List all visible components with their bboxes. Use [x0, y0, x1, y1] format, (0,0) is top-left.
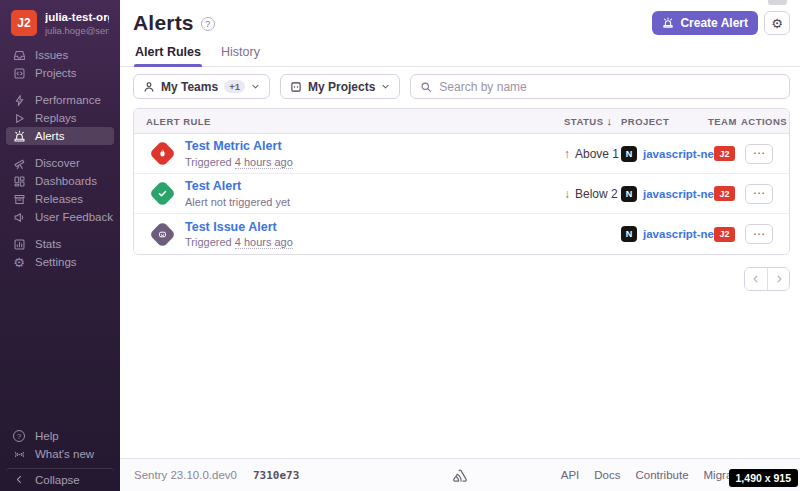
sidebar-item-label: Stats — [35, 238, 61, 250]
arrow-up-icon: ↑ — [564, 147, 570, 161]
sidebar-item-help[interactable]: ? Help — [6, 427, 114, 445]
row-actions-button[interactable]: … — [745, 184, 773, 204]
window-edge-artifact — [768, 0, 787, 5]
user-icon — [143, 81, 155, 93]
discover-icon — [12, 157, 26, 170]
sidebar-item-projects[interactable]: Projects — [6, 64, 114, 82]
team-badge: J2 — [714, 227, 735, 242]
column-header-project: PROJECT — [621, 116, 708, 127]
column-header-status[interactable]: STATUS ↓ — [564, 115, 621, 127]
sidebar-item-performance[interactable]: Performance — [6, 91, 114, 109]
org-switcher[interactable]: J2 julia-test-org-2 … julia.hoge@sentry.… — [0, 0, 120, 42]
metric-alert-icon — [149, 141, 175, 167]
sidebar-item-alerts[interactable]: Alerts — [6, 127, 114, 145]
alert-rule-link[interactable]: Test Issue Alert — [185, 220, 293, 236]
pagination — [133, 267, 790, 291]
sidebar-item-dashboards[interactable]: Dashboards — [6, 172, 114, 190]
sidebar-collapse-button[interactable]: Collapse — [6, 468, 114, 486]
sentry-logo-icon — [452, 467, 469, 484]
sidebar-item-discover[interactable]: Discover — [6, 154, 114, 172]
sidebar-item-label: User Feedback — [35, 211, 113, 223]
my-projects-filter-button[interactable]: My Projects — [280, 74, 400, 99]
releases-icon — [12, 193, 26, 206]
projects-icon — [12, 67, 26, 80]
table-row: Test Metric Alert Triggered 4 hours ago … — [134, 134, 789, 174]
sidebar-item-label: Help — [35, 430, 59, 442]
window-size-indicator: 1,490 x 915 — [729, 469, 798, 487]
org-name: julia-test-org-2 … — [45, 11, 109, 23]
tab-alert-rules[interactable]: Alert Rules — [134, 42, 202, 66]
alert-rules-table: ALERT RULE STATUS ↓ PROJECT TEAM ACTIONS — [133, 108, 790, 255]
sidebar-item-stats[interactable]: Stats — [6, 235, 114, 253]
sidebar-item-replays[interactable]: Replays — [6, 109, 114, 127]
sidebar-item-settings[interactable]: ⚙ Settings — [6, 253, 114, 271]
status-cell: ↑ Above 1 — [564, 147, 621, 161]
pagination-prev-button[interactable] — [745, 268, 767, 290]
footer-link-docs[interactable]: Docs — [594, 469, 620, 481]
resolved-alert-icon — [149, 181, 175, 207]
sidebar-item-user-feedback[interactable]: User Feedback — [6, 208, 114, 226]
pagination-next-button[interactable] — [767, 268, 789, 290]
sidebar-bottom: ? Help What's new Collapse — [6, 427, 114, 486]
alert-rule-subtext: Alert not triggered yet — [185, 196, 290, 208]
nextjs-logo-icon: N — [621, 146, 637, 162]
replays-icon — [12, 112, 26, 125]
org-email: julia.hoge@sentry.io — [45, 25, 109, 36]
create-alert-label: Create Alert — [680, 16, 748, 30]
sidebar-item-label: Discover — [35, 157, 80, 169]
performance-icon — [12, 94, 26, 107]
tab-bar: Alert Rules History — [120, 42, 800, 67]
team-badge: J2 — [714, 186, 735, 201]
sidebar-item-whats-new[interactable]: What's new — [6, 445, 114, 463]
triggered-time-link[interactable]: 4 hours ago — [235, 236, 293, 249]
search-icon — [420, 81, 432, 93]
create-alert-button[interactable]: Create Alert — [652, 11, 758, 35]
help-icon: ? — [12, 430, 26, 442]
footer-link-contribute[interactable]: Contribute — [635, 469, 688, 481]
nextjs-logo-icon: N — [621, 226, 637, 242]
table-row: Test Issue Alert Triggered 4 hours ago N… — [134, 214, 789, 254]
table-header-row: ALERT RULE STATUS ↓ PROJECT TEAM ACTIONS — [134, 109, 789, 134]
sidebar-item-label: Releases — [35, 193, 83, 205]
sidebar-item-label: Projects — [35, 67, 77, 79]
project-cell: N javascript-nextjs — [621, 226, 708, 242]
whats-new-broadcast-icon — [12, 448, 26, 461]
status-cell: ↓ Below 2 — [564, 187, 621, 201]
stats-icon — [12, 238, 26, 251]
triggered-time-link[interactable]: 4 hours ago — [235, 156, 293, 169]
filter-bar: My Teams +1 My Projects — [133, 74, 790, 99]
sidebar-item-releases[interactable]: Releases — [6, 190, 114, 208]
settings-gear-icon: ⚙ — [12, 255, 26, 270]
alert-rule-subtext: Triggered 4 hours ago — [185, 236, 293, 248]
sentry-version: Sentry 23.10.0.dev0 — [134, 469, 237, 481]
sidebar-item-issues[interactable]: Issues — [6, 46, 114, 64]
tab-history[interactable]: History — [220, 42, 261, 66]
alert-rule-link[interactable]: Test Alert — [185, 179, 290, 195]
build-hash[interactable]: 7310e73 — [253, 469, 299, 482]
footer-link-api[interactable]: API — [561, 469, 580, 481]
sidebar-collapse-label: Collapse — [35, 474, 80, 486]
row-actions-button[interactable]: … — [745, 144, 773, 164]
row-actions-button[interactable]: … — [745, 224, 773, 244]
project-icon — [290, 81, 302, 93]
alert-settings-button[interactable]: ⚙ — [764, 11, 790, 35]
page-footer: Sentry 23.10.0.dev0 7310e73 API Docs Con… — [120, 458, 800, 491]
sidebar-nav: Issues Projects Performance Replays — [0, 42, 120, 280]
search-box — [410, 74, 790, 99]
search-input[interactable] — [439, 80, 780, 94]
sidebar-item-label: Performance — [35, 94, 101, 106]
org-meta: julia-test-org-2 … julia.hoge@sentry.io — [45, 11, 109, 36]
sidebar-item-label: What's new — [35, 448, 94, 460]
sidebar: J2 julia-test-org-2 … julia.hoge@sentry.… — [0, 0, 120, 491]
my-teams-filter-button[interactable]: My Teams +1 — [133, 74, 270, 99]
sidebar-item-label: Replays — [35, 112, 77, 124]
status-text: Below 2 — [575, 187, 618, 201]
arrow-down-icon: ↓ — [564, 187, 570, 201]
page-header: Alerts ? Create Alert ⚙ — [120, 0, 800, 35]
project-cell: N javascript-nextjs — [621, 186, 708, 202]
page-title-help-icon[interactable]: ? — [201, 17, 215, 31]
sidebar-item-label: Settings — [35, 256, 77, 268]
issue-alert-icon — [149, 221, 175, 247]
alerts-icon — [12, 130, 26, 143]
alert-rule-link[interactable]: Test Metric Alert — [185, 139, 293, 155]
